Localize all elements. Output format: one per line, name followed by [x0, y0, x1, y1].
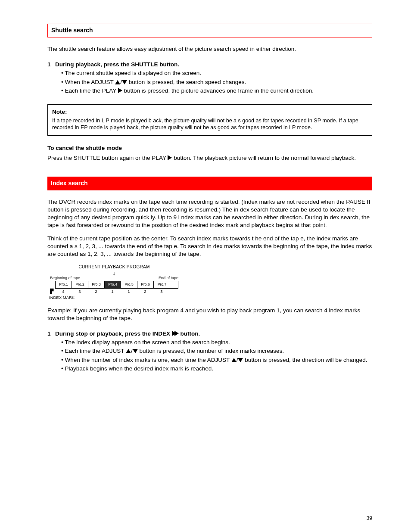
- section-title-text: Index search: [51, 180, 88, 187]
- down-triangle-icon: [122, 80, 127, 84]
- step-line: • Playback begins when the desired index…: [55, 365, 372, 373]
- step-title: During playback, press the SHUTTLE butto…: [55, 61, 372, 68]
- step-number: 1: [47, 61, 55, 95]
- step-1-index: 1 During stop or playback, press the IND…: [47, 330, 372, 373]
- tape-cell: Pro.3: [88, 281, 105, 288]
- down-arrow-icon: ↓: [47, 271, 181, 275]
- num-cell: 2: [137, 289, 153, 295]
- diagram-tape-row: Pro.1 Pro.2 Pro.3 Pro.4 Pro.5 Pro.6 Pro.…: [55, 281, 178, 289]
- step-line: • Each time the PLAY button is pressed, …: [55, 87, 372, 95]
- shuttle-intro: The shuttle search feature allows easy a…: [47, 45, 372, 53]
- index-example: Example: If you are currently playing ba…: [47, 307, 372, 322]
- diagram-num-row: ▛ 4 3 2 1 1 2 3: [50, 289, 178, 295]
- step-line: • The current shuttle speed is displayed…: [55, 69, 372, 77]
- step-number: 1: [47, 330, 55, 373]
- num-cell: 1: [104, 289, 121, 295]
- tape-cell: Pro.2: [72, 281, 88, 288]
- section-title-shuttle: Shuttle search: [47, 24, 372, 37]
- step-title: During stop or playback, press the INDEX…: [55, 330, 372, 338]
- step-line: • When the ADJUST / button is pressed, t…: [55, 78, 372, 86]
- play-triangle-icon: [174, 331, 179, 336]
- section-title-index: Index search: [47, 177, 372, 190]
- step-line: • Each time the ADJUST / button is press…: [55, 347, 372, 355]
- num-cell: 3: [72, 289, 88, 295]
- index-intro-2: Think of the current tape position as th…: [47, 235, 372, 258]
- cancel-body: Press the SHUTTLE button again or the PL…: [47, 154, 372, 162]
- diagram-left-label: Beginning of tape: [50, 275, 80, 280]
- cancel-heading: To cancel the shuttle mode: [47, 144, 372, 152]
- flag-icon: ▛: [50, 289, 55, 293]
- tape-cell: Pro.7: [154, 281, 170, 288]
- diagram-title: CURRENT PLAYBACK PROGRAM: [47, 264, 181, 270]
- note-body: If a tape recorded in L P mode is played…: [52, 118, 367, 131]
- num-cell: 3: [153, 289, 170, 295]
- up-triangle-icon: [231, 358, 237, 362]
- down-triangle-icon: [133, 349, 138, 353]
- up-triangle-icon: [115, 80, 120, 84]
- diagram-index-label: INDEX MARK: [49, 295, 181, 301]
- section-title-text: Shuttle search: [51, 27, 93, 34]
- num-cell: 2: [88, 289, 104, 295]
- page-number: 39: [367, 515, 372, 522]
- num-cell: 4: [55, 289, 72, 295]
- play-triangle-icon: [168, 155, 172, 160]
- down-triangle-icon: [238, 358, 243, 362]
- step-line: • The index display appears on the scree…: [55, 339, 372, 346]
- diagram-right-label: End of tape: [159, 275, 178, 280]
- note-box: Note: If a tape recorded in L P mode is …: [47, 104, 372, 136]
- num-cell: 1: [121, 289, 137, 295]
- step-line: • When the number of index marks is one,…: [55, 356, 372, 364]
- tape-cell: Pro.5: [121, 281, 137, 288]
- note-title: Note:: [52, 108, 367, 116]
- up-triangle-icon: [126, 349, 131, 353]
- index-diagram: CURRENT PLAYBACK PROGRAM ↓ Beginning of …: [47, 264, 181, 300]
- tape-cell-current: Pro.4: [105, 281, 121, 288]
- tape-cell: Pro.1: [56, 281, 72, 288]
- index-intro-1: The DVCR records index marks on the tape…: [47, 198, 372, 230]
- tape-cell: Pro.6: [137, 281, 154, 288]
- play-triangle-icon: [118, 88, 122, 93]
- step-1-shuttle: 1 During playback, press the SHUTTLE but…: [47, 61, 372, 95]
